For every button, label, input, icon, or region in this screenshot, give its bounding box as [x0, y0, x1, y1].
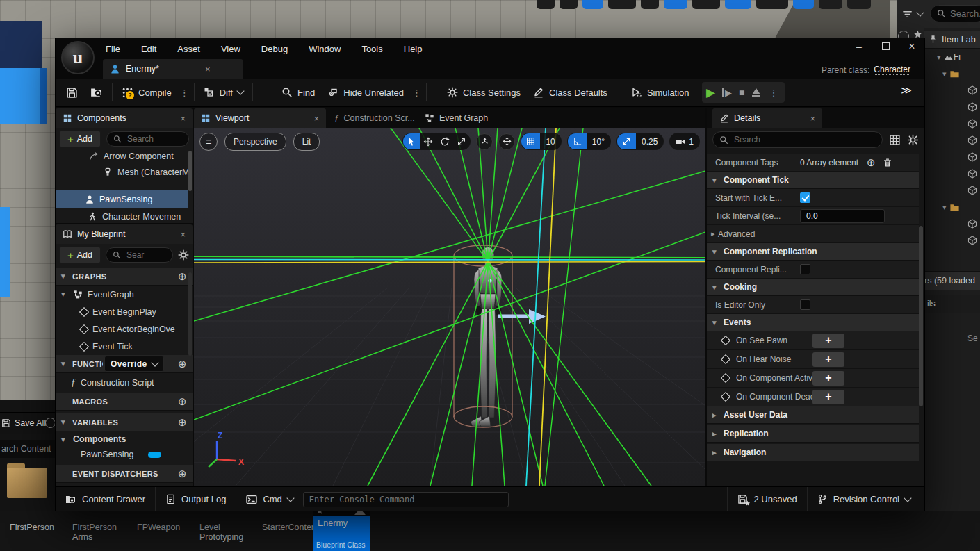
minimize-button[interactable]: – [851, 41, 867, 52]
tab-viewport[interactable]: Viewport × [194, 108, 326, 128]
scale-snap-control[interactable]: 0.25 [616, 133, 664, 150]
asset-label[interactable]: FirstPersonArms [72, 523, 117, 542]
event-actorbeginoverlap-row[interactable]: Event ActorBeginOve [56, 320, 193, 338]
asset-label[interactable]: LevelPrototyping [199, 523, 243, 542]
details-search-input[interactable] [712, 131, 883, 148]
unsaved-button[interactable]: 2 Unsaved [727, 487, 807, 511]
viewport-options-menu[interactable]: ≡ [199, 133, 218, 151]
bg-search-box[interactable]: Search... [930, 5, 980, 22]
world-local-gizmo-button[interactable] [476, 133, 493, 150]
folder-thumbnail[interactable] [7, 463, 47, 498]
is-editor-only-checkbox[interactable] [800, 299, 810, 310]
outliner-row[interactable]: ▾ [924, 65, 980, 82]
tab-enermy[interactable]: Enermy* × [103, 59, 243, 79]
tab-event-graph[interactable]: Event Graph [418, 108, 500, 128]
add-graph-icon[interactable]: ⊕ [178, 270, 187, 283]
bg-toolbar-button[interactable] [819, 0, 842, 9]
components-tab-close-icon[interactable]: × [180, 113, 186, 124]
components-scrollbar[interactable] [188, 151, 192, 191]
add-on-hear-noise-event-button[interactable]: + [812, 352, 844, 367]
section-cooking[interactable]: ▾ Cooking [707, 279, 919, 296]
filter-chevron-icon[interactable] [916, 8, 924, 16]
graphs-section-header[interactable]: ▾ GRAPHS ⊕ [56, 268, 193, 286]
menu-window[interactable]: Window [307, 44, 342, 54]
static-mesh-icon[interactable] [967, 152, 977, 162]
viewport-tab-close-icon[interactable]: × [313, 113, 319, 124]
outliner-row[interactable]: ▾ Fi [924, 49, 980, 65]
bg-toolbar-button[interactable] [793, 0, 814, 9]
outliner-header[interactable]: Item Lab [924, 31, 980, 49]
tab-close-icon[interactable]: × [205, 64, 211, 74]
toolbar-overflow-icon[interactable]: ≫ [901, 84, 912, 97]
output-log-button[interactable]: Output Log [156, 487, 236, 511]
play-options-icon[interactable]: ⋮ [767, 88, 781, 98]
bg-details-tab-fragment[interactable]: ils [924, 295, 980, 313]
component-row-mesh[interactable]: Mesh (CharacterM [56, 163, 188, 181]
section-events[interactable]: ▾ Events [707, 314, 919, 331]
class-settings-button[interactable]: Class Settings [441, 82, 527, 103]
caret-down-icon[interactable]: ▾ [61, 290, 68, 299]
move-tool-button[interactable] [420, 133, 436, 149]
bg-toolbar-button[interactable] [582, 0, 603, 9]
bg-toolbar-button[interactable] [641, 0, 659, 9]
components-search-input[interactable] [106, 131, 189, 147]
tick-interval-input[interactable] [800, 209, 885, 223]
asset-label[interactable]: FPWeapon [137, 523, 180, 532]
bg-toolbar-button[interactable] [725, 0, 751, 9]
my-blueprint-scrollbar[interactable] [188, 272, 192, 356]
my-blueprint-tab-close-icon[interactable]: × [180, 229, 186, 240]
diff-button[interactable]: Diff [197, 82, 250, 103]
cmd-dropdown[interactable]: Cmd [236, 487, 302, 511]
start-with-tick-checkbox[interactable] [800, 192, 810, 203]
menu-asset[interactable]: Asset [176, 44, 202, 54]
clear-tags-icon[interactable] [883, 158, 892, 167]
advanced-row[interactable]: ▸ Advanced [707, 225, 919, 243]
tab-construction-script[interactable]: ƒ Construction Scr... [327, 108, 416, 128]
hide-unrelated-options-icon[interactable]: ⋮ [410, 88, 423, 98]
static-mesh-icon[interactable] [967, 119, 977, 129]
component-row-movement[interactable]: Character Movemen [56, 208, 188, 225]
event-dispatchers-section-header[interactable]: EVENT DISPATCHERS ⊕ [56, 465, 193, 483]
add-on-component-activated-event-button[interactable]: + [812, 371, 844, 386]
console-command-input[interactable] [303, 492, 509, 507]
tab-details[interactable]: Details × [712, 108, 822, 128]
menu-edit[interactable]: Edit [140, 44, 158, 54]
asset-label[interactable]: StarterContent [262, 523, 318, 532]
static-mesh-icon[interactable] [967, 169, 977, 179]
my-blueprint-settings-icon[interactable] [178, 249, 189, 261]
bg-toolbar-button[interactable] [664, 0, 687, 9]
menu-view[interactable]: View [220, 44, 242, 54]
outliner-row[interactable]: ▾ [924, 199, 980, 215]
blueprint-viewport-scene[interactable]: Z X [194, 128, 705, 486]
caret-down-icon[interactable]: ▾ [942, 69, 949, 79]
menu-tools[interactable]: Tools [360, 44, 384, 54]
section-replication[interactable]: ▸ Replication [707, 425, 919, 443]
component-replicates-checkbox[interactable] [800, 264, 810, 274]
section-asset-user-data[interactable]: ▸ Asset User Data [707, 406, 919, 424]
maximize-button[interactable] [877, 41, 894, 52]
eject-button[interactable] [752, 88, 760, 97]
parent-class-value[interactable]: Character [874, 65, 910, 75]
class-defaults-button[interactable]: Class Defaults [527, 82, 614, 103]
tab-components[interactable]: Components × [56, 108, 193, 128]
static-mesh-icon[interactable] [967, 219, 977, 229]
component-row-arrow[interactable]: Arrow Component [56, 149, 188, 163]
content-drawer-button[interactable]: Content Drawer [56, 487, 156, 511]
bg-toolbar-button[interactable] [692, 0, 720, 9]
rotate-tool-button[interactable] [436, 133, 453, 149]
tab-my-blueprint[interactable]: My Blueprint × [56, 224, 193, 244]
caret-down-icon[interactable]: ▾ [937, 53, 944, 62]
save-all-button[interactable]: Save All [0, 412, 57, 434]
asset-label[interactable]: FirstPerson [10, 523, 54, 532]
perspective-dropdown[interactable]: Perspective [224, 133, 286, 151]
construction-script-row[interactable]: ƒ Construction Script [56, 373, 193, 393]
find-button[interactable]: Find [275, 82, 321, 103]
override-dropdown[interactable]: Override [104, 356, 164, 372]
rotation-snap-control[interactable]: 10° [567, 133, 611, 150]
static-mesh-icon[interactable] [967, 236, 977, 245]
save-button[interactable] [60, 82, 84, 103]
static-mesh-icon[interactable] [967, 102, 977, 112]
bg-toolbar-button[interactable] [537, 0, 555, 9]
eventgraph-row[interactable]: ▾ EventGraph [56, 286, 193, 303]
add-function-icon[interactable]: ⊕ [178, 358, 187, 370]
